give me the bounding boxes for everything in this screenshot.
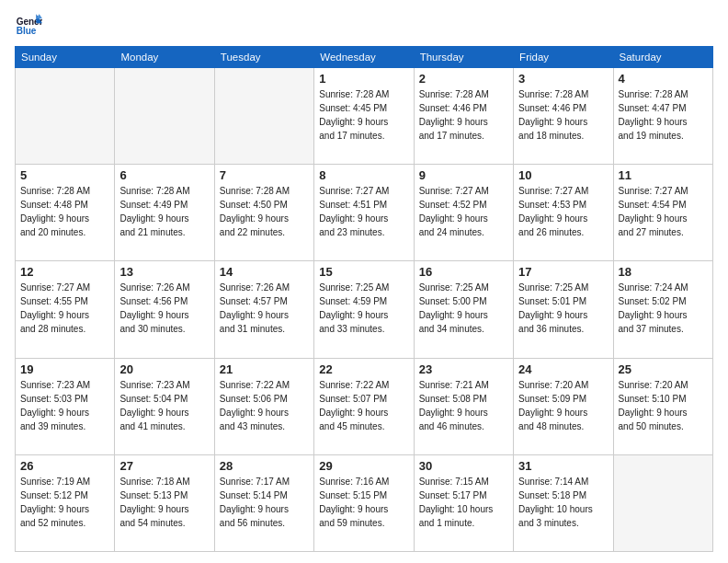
logo: General Blue [15,11,46,39]
day-info: Sunrise: 7:22 AM Sunset: 5:06 PM Dayligh… [220,378,309,433]
day-number: 15 [319,265,408,279]
weekday-header-monday: Monday [115,47,214,68]
page: General Blue SundayMondayTuesdayWednesda… [0,0,728,563]
calendar-cell [214,68,313,165]
day-info: Sunrise: 7:26 AM Sunset: 4:56 PM Dayligh… [119,281,209,336]
calendar-cell: 5Sunrise: 7:28 AM Sunset: 4:48 PM Daylig… [16,165,115,261]
day-info: Sunrise: 7:23 AM Sunset: 5:03 PM Dayligh… [20,378,109,433]
day-number: 1 [319,72,408,86]
calendar-cell: 9Sunrise: 7:27 AM Sunset: 4:52 PM Daylig… [414,165,513,261]
calendar-cell: 7Sunrise: 7:28 AM Sunset: 4:50 PM Daylig… [214,165,313,261]
day-number: 28 [220,459,309,473]
day-number: 12 [20,265,109,279]
day-info: Sunrise: 7:25 AM Sunset: 4:59 PM Dayligh… [319,281,408,336]
svg-text:Blue: Blue [17,26,37,36]
day-number: 9 [419,168,508,182]
day-number: 6 [119,168,209,182]
calendar-cell: 2Sunrise: 7:28 AM Sunset: 4:46 PM Daylig… [414,68,513,165]
day-number: 19 [20,362,109,376]
day-info: Sunrise: 7:27 AM Sunset: 4:54 PM Dayligh… [619,184,708,239]
calendar-cell: 27Sunrise: 7:18 AM Sunset: 5:13 PM Dayli… [115,454,214,551]
day-number: 8 [319,168,408,182]
day-number: 29 [319,459,408,473]
day-number: 3 [518,72,608,86]
calendar-cell: 3Sunrise: 7:28 AM Sunset: 4:46 PM Daylig… [514,68,613,165]
day-number: 30 [419,459,508,473]
day-number: 7 [220,168,309,182]
day-info: Sunrise: 7:28 AM Sunset: 4:46 PM Dayligh… [419,87,508,143]
day-number: 11 [619,168,708,182]
day-number: 21 [220,362,309,376]
calendar-cell: 15Sunrise: 7:25 AM Sunset: 4:59 PM Dayli… [314,261,414,358]
calendar-cell: 1Sunrise: 7:28 AM Sunset: 4:45 PM Daylig… [314,68,414,165]
logo-icon: General Blue [15,11,42,39]
calendar-cell: 21Sunrise: 7:22 AM Sunset: 5:06 PM Dayli… [214,358,313,454]
header: General Blue [15,11,713,39]
day-info: Sunrise: 7:28 AM Sunset: 4:48 PM Dayligh… [20,184,109,239]
calendar-cell: 18Sunrise: 7:24 AM Sunset: 5:02 PM Dayli… [613,261,712,358]
day-info: Sunrise: 7:27 AM Sunset: 4:52 PM Dayligh… [419,184,508,239]
day-number: 18 [619,265,708,279]
calendar-cell: 31Sunrise: 7:14 AM Sunset: 5:18 PM Dayli… [514,454,613,551]
day-number: 10 [518,168,608,182]
day-info: Sunrise: 7:24 AM Sunset: 5:02 PM Dayligh… [619,281,708,336]
week-row-5: 26Sunrise: 7:19 AM Sunset: 5:12 PM Dayli… [16,454,713,551]
calendar-cell: 30Sunrise: 7:15 AM Sunset: 5:17 PM Dayli… [414,454,513,551]
calendar-cell: 11Sunrise: 7:27 AM Sunset: 4:54 PM Dayli… [613,165,712,261]
day-info: Sunrise: 7:27 AM Sunset: 4:51 PM Dayligh… [319,184,408,239]
calendar-cell: 29Sunrise: 7:16 AM Sunset: 5:15 PM Dayli… [314,454,414,551]
calendar-cell: 19Sunrise: 7:23 AM Sunset: 5:03 PM Dayli… [16,358,115,454]
day-info: Sunrise: 7:28 AM Sunset: 4:50 PM Dayligh… [220,184,309,239]
calendar-cell: 10Sunrise: 7:27 AM Sunset: 4:53 PM Dayli… [514,165,613,261]
week-row-3: 12Sunrise: 7:27 AM Sunset: 4:55 PM Dayli… [16,261,713,358]
day-number: 2 [419,72,508,86]
day-info: Sunrise: 7:21 AM Sunset: 5:08 PM Dayligh… [419,378,508,433]
day-info: Sunrise: 7:18 AM Sunset: 5:13 PM Dayligh… [119,475,209,530]
calendar-cell: 13Sunrise: 7:26 AM Sunset: 4:56 PM Dayli… [115,261,214,358]
calendar-cell: 24Sunrise: 7:20 AM Sunset: 5:09 PM Dayli… [514,358,613,454]
calendar-cell [115,68,214,165]
day-number: 17 [518,265,608,279]
weekday-header-tuesday: Tuesday [214,47,313,68]
day-number: 24 [518,362,608,376]
day-info: Sunrise: 7:14 AM Sunset: 5:18 PM Dayligh… [518,475,608,530]
calendar-cell: 16Sunrise: 7:25 AM Sunset: 5:00 PM Dayli… [414,261,513,358]
day-info: Sunrise: 7:15 AM Sunset: 5:17 PM Dayligh… [419,475,508,530]
calendar-cell [16,68,115,165]
day-info: Sunrise: 7:25 AM Sunset: 5:00 PM Dayligh… [419,281,508,336]
day-number: 4 [619,72,708,86]
day-number: 26 [20,459,109,473]
calendar-cell: 25Sunrise: 7:20 AM Sunset: 5:10 PM Dayli… [613,358,712,454]
day-number: 27 [119,459,209,473]
calendar-cell: 14Sunrise: 7:26 AM Sunset: 4:57 PM Dayli… [214,261,313,358]
calendar-cell: 20Sunrise: 7:23 AM Sunset: 5:04 PM Dayli… [115,358,214,454]
weekday-header-sunday: Sunday [16,47,115,68]
calendar-cell: 4Sunrise: 7:28 AM Sunset: 4:47 PM Daylig… [613,68,712,165]
calendar-cell: 26Sunrise: 7:19 AM Sunset: 5:12 PM Dayli… [16,454,115,551]
calendar-cell: 17Sunrise: 7:25 AM Sunset: 5:01 PM Dayli… [514,261,613,358]
day-info: Sunrise: 7:22 AM Sunset: 5:07 PM Dayligh… [319,378,408,433]
calendar-cell: 23Sunrise: 7:21 AM Sunset: 5:08 PM Dayli… [414,358,513,454]
weekday-header-saturday: Saturday [613,47,712,68]
calendar-cell: 22Sunrise: 7:22 AM Sunset: 5:07 PM Dayli… [314,358,414,454]
week-row-1: 1Sunrise: 7:28 AM Sunset: 4:45 PM Daylig… [16,68,713,165]
day-info: Sunrise: 7:28 AM Sunset: 4:46 PM Dayligh… [518,87,608,143]
calendar-cell: 8Sunrise: 7:27 AM Sunset: 4:51 PM Daylig… [314,165,414,261]
calendar-cell [613,454,712,551]
day-info: Sunrise: 7:20 AM Sunset: 5:10 PM Dayligh… [619,378,708,433]
weekday-header-friday: Friday [514,47,613,68]
day-info: Sunrise: 7:27 AM Sunset: 4:55 PM Dayligh… [20,281,109,336]
day-number: 13 [119,265,209,279]
day-info: Sunrise: 7:26 AM Sunset: 4:57 PM Dayligh… [220,281,309,336]
calendar-cell: 28Sunrise: 7:17 AM Sunset: 5:14 PM Dayli… [214,454,313,551]
calendar-cell: 12Sunrise: 7:27 AM Sunset: 4:55 PM Dayli… [16,261,115,358]
day-number: 14 [220,265,309,279]
day-info: Sunrise: 7:28 AM Sunset: 4:47 PM Dayligh… [619,87,708,143]
day-info: Sunrise: 7:23 AM Sunset: 5:04 PM Dayligh… [119,378,209,433]
calendar-cell: 6Sunrise: 7:28 AM Sunset: 4:49 PM Daylig… [115,165,214,261]
calendar-table: SundayMondayTuesdayWednesdayThursdayFrid… [15,46,713,552]
day-number: 16 [419,265,508,279]
day-info: Sunrise: 7:17 AM Sunset: 5:14 PM Dayligh… [220,475,309,530]
weekday-header-thursday: Thursday [414,47,513,68]
day-number: 31 [518,459,608,473]
